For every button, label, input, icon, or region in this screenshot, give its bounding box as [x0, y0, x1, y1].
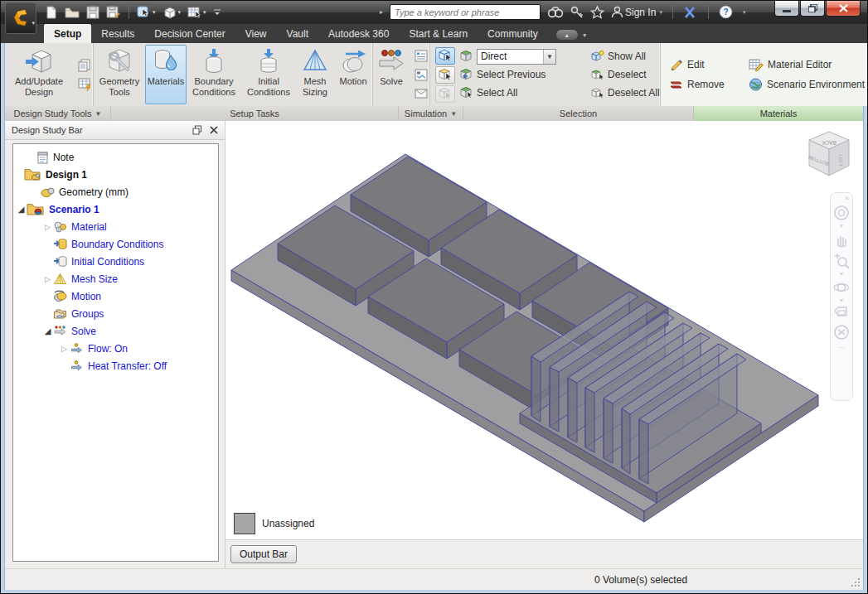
mesh-sizing-button[interactable]: Mesh Sizing — [296, 45, 334, 104]
ribbon-display-toggle[interactable]: ▲ ▼ — [556, 30, 588, 40]
dropdown-caret-icon[interactable]: ▾ — [178, 9, 182, 16]
scenario-environment-button[interactable]: Scenario Environment — [749, 78, 868, 91]
expander-open-icon[interactable]: ◢ — [42, 326, 53, 336]
select-volumes-mode-button[interactable] — [435, 47, 455, 65]
expander-open-icon[interactable]: ◢ — [16, 205, 27, 214]
model-scene[interactable] — [225, 121, 863, 540]
tab-autodesk-360[interactable]: Autodesk 360 — [318, 24, 399, 43]
solution-settings-button[interactable] — [413, 47, 429, 64]
tree-item-motion[interactable]: Motion — [13, 287, 218, 305]
selection-tool-button[interactable]: ▾ — [136, 5, 157, 21]
navbar-close-icon[interactable]: ✕ — [844, 196, 850, 202]
close-button[interactable] — [826, 1, 861, 17]
navbar-caret-icon[interactable]: ▼ — [839, 298, 845, 303]
open-file-button[interactable] — [64, 5, 80, 20]
help-caret-icon[interactable]: ▾ — [743, 9, 746, 16]
output-bar-button[interactable]: Output Bar — [230, 545, 297, 563]
add-update-design-button[interactable]: Add/Update Design — [5, 45, 73, 104]
tree-item-geometry[interactable]: Geometry (mm) — [13, 183, 218, 200]
tab-view[interactable]: View — [235, 24, 277, 43]
geometry-tools-button[interactable]: Geometry Tools — [94, 45, 145, 104]
design-review-button[interactable] — [76, 57, 93, 74]
save-as-button[interactable] — [105, 5, 122, 20]
search-input[interactable] — [390, 4, 541, 20]
save-button[interactable] — [85, 5, 100, 20]
infocenter-expander-icon[interactable]: ▸ — [380, 8, 383, 16]
design-study-bar-header[interactable]: Design Study Bar — [5, 121, 225, 140]
view-cube[interactable]: BACK BOTTOM LEFT — [805, 129, 853, 181]
viewcube-top-label[interactable]: BACK — [821, 140, 836, 146]
materials-button[interactable]: Materials — [145, 45, 187, 104]
notifications-button[interactable] — [413, 85, 429, 102]
initial-conditions-button[interactable]: Initial Conditions — [241, 45, 296, 104]
boundary-conditions-button[interactable]: Boundary Conditions — [187, 45, 241, 104]
dropdown-caret-icon[interactable]: ▾ — [153, 9, 156, 16]
tree-item-mesh-size[interactable]: ▷ Mesh Size — [13, 270, 218, 287]
dropdown-caret-icon[interactable]: ▾ — [203, 9, 206, 16]
tree-item-heat-transfer[interactable]: Heat Transfer: Off — [13, 357, 218, 374]
expander-closed-icon[interactable]: ▷ — [59, 345, 70, 353]
sign-in-caret-icon[interactable]: ▾ — [659, 9, 662, 16]
pan-button[interactable] — [833, 231, 850, 248]
selection-mode-dropdown[interactable]: Direct ▼ — [477, 49, 556, 65]
tab-community[interactable]: Community — [478, 24, 548, 43]
motion-button[interactable]: Motion — [334, 45, 372, 104]
tree-item-initial-conditions[interactable]: Initial Conditions — [13, 253, 218, 270]
panel-dropdown-caret-icon[interactable]: ▼ — [95, 110, 102, 118]
expander-closed-icon[interactable]: ▷ — [42, 275, 53, 283]
select-surfaces-mode-button[interactable] — [435, 66, 455, 84]
tree-item-boundary-conditions[interactable]: Boundary Conditions — [13, 235, 218, 253]
close-panel-button[interactable] — [206, 123, 221, 137]
navbar-caret-icon[interactable]: ▼ — [839, 272, 845, 277]
tab-start-learn[interactable]: Start & Learn — [399, 24, 478, 43]
design-study-tools-panel-label[interactable]: Design Study Tools ▼ — [5, 106, 111, 121]
tree-item-scenario-1[interactable]: ◢ Scenario 1 — [13, 200, 218, 218]
simulation-panel-label[interactable]: Simulation ▼ — [399, 106, 463, 121]
steering-wheel-button[interactable] — [833, 205, 850, 221]
panel-dropdown-caret-icon[interactable]: ▼ — [450, 110, 457, 118]
tree-item-solve[interactable]: ◢ Solve — [13, 322, 218, 340]
subscription-button[interactable] — [570, 6, 584, 19]
new-file-button[interactable] — [44, 5, 59, 20]
solution-monitor-button[interactable] — [413, 66, 429, 83]
tab-results[interactable]: Results — [91, 24, 144, 43]
look-at-button[interactable] — [833, 306, 850, 319]
help-button[interactable]: ? — [719, 5, 733, 19]
remove-material-button[interactable]: Remove — [669, 78, 749, 91]
select-previous-button[interactable]: Select Previous — [459, 68, 590, 81]
tree-item-design-1[interactable]: Design 1 — [13, 166, 218, 183]
navigation-bar[interactable]: ✕ ▼ ▼ — [830, 192, 853, 401]
minimize-button[interactable] — [774, 1, 799, 17]
tree-item-flow[interactable]: ▷ Flow: On — [13, 340, 218, 357]
ribbon-collapse-icon[interactable]: ▲ — [556, 30, 578, 40]
favorites-button[interactable] — [590, 6, 604, 19]
appearance-tool-button[interactable]: ▾ — [162, 5, 182, 21]
tab-decision-center[interactable]: Decision Center — [144, 24, 235, 43]
combo-caret-icon[interactable]: ▼ — [543, 50, 555, 64]
navbar-minimize-icon[interactable]: — — [839, 345, 845, 350]
zoom-button[interactable] — [833, 253, 850, 269]
resize-grip[interactable] — [850, 577, 860, 587]
ribbon-toggle-caret-icon[interactable]: ▼ — [582, 32, 588, 38]
viewcube-right-label[interactable]: LEFT — [838, 155, 843, 167]
center-view-button[interactable] — [833, 324, 850, 340]
orbit-button[interactable] — [832, 279, 851, 296]
tab-vault[interactable]: Vault — [277, 24, 318, 43]
restore-button[interactable] — [800, 1, 825, 17]
tab-setup[interactable]: Setup — [44, 24, 91, 43]
application-menu-button[interactable]: ▾ — [5, 2, 36, 34]
design-study-automation-button[interactable] — [76, 76, 93, 93]
select-all-button[interactable]: Select All — [459, 86, 590, 99]
customize-qat-button[interactable] — [212, 7, 222, 18]
exchange-apps-button[interactable] — [683, 6, 698, 19]
solve-button[interactable]: Solve — [373, 45, 410, 104]
edit-material-button[interactable]: Edit — [669, 58, 749, 71]
sign-in-button[interactable]: Sign In ▾ — [611, 6, 662, 18]
select-edges-mode-button[interactable] — [435, 85, 455, 103]
material-editor-button[interactable]: Material Editor — [749, 58, 868, 71]
model-viewport[interactable]: BACK BOTTOM LEFT ✕ ▼ — [225, 121, 863, 540]
tree-item-material[interactable]: ▷ Material — [13, 218, 218, 235]
navbar-caret-icon[interactable]: ▼ — [839, 224, 845, 229]
tables-tool-button[interactable]: ▾ — [187, 5, 207, 21]
search-button[interactable] — [547, 6, 564, 18]
